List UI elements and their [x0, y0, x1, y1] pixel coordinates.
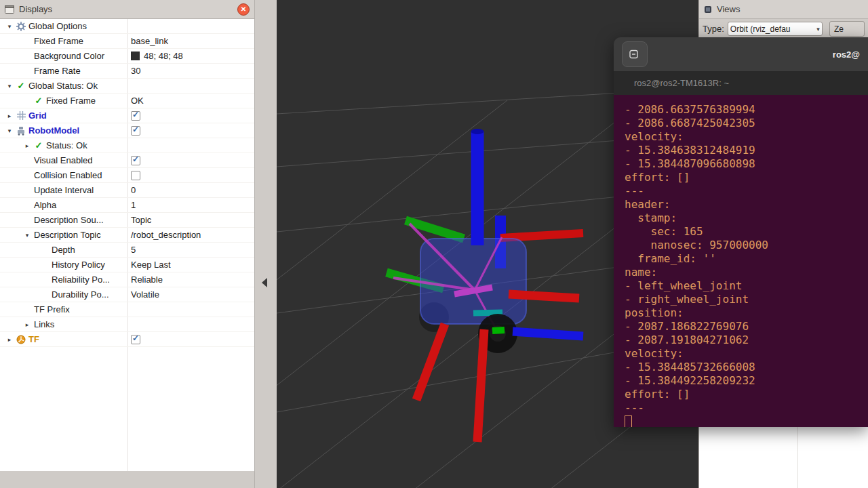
property-name-cell: History Policy: [0, 260, 127, 270]
property-value-cell[interactable]: Keep Last: [127, 260, 254, 270]
property-row[interactable]: Depth5: [0, 243, 254, 258]
terminal-line: - 2086.6687425042305: [625, 117, 868, 130]
property-row[interactable]: TF Prefix: [0, 302, 254, 317]
property-row[interactable]: ▸Grid: [0, 108, 254, 123]
property-value-cell[interactable]: [127, 156, 254, 165]
property-row[interactable]: Description Sou...Topic: [0, 213, 254, 228]
grid-icon: [17, 111, 26, 120]
property-name-cell: ✓Fixed Frame: [0, 96, 127, 106]
zero-button[interactable]: Ze: [829, 21, 865, 37]
property-row[interactable]: ▾RobotModel: [0, 123, 254, 138]
expanded-arrow-icon[interactable]: ▾: [4, 83, 15, 89]
property-name-cell: ▸Links: [0, 319, 127, 329]
property-row[interactable]: ▸Links: [0, 317, 254, 332]
terminal-line: - right_wheel_joint: [625, 293, 868, 306]
property-row[interactable]: Update Interval0: [0, 183, 254, 198]
property-name-cell: Depth: [0, 245, 127, 255]
expanded-arrow-icon[interactable]: ▾: [22, 232, 33, 239]
property-label: Alpha: [34, 200, 56, 210]
property-label: Global Status: Ok: [28, 81, 98, 91]
terminal-line: - 2086.6637576389994: [625, 103, 868, 117]
displays-panel-title: Displays: [19, 4, 52, 14]
property-value-cell[interactable]: 30: [127, 66, 254, 76]
property-row[interactable]: Fixed Framebase_link: [0, 34, 254, 49]
checkbox-checked[interactable]: [131, 111, 140, 121]
views-type-dropdown[interactable]: Orbit (rviz_defau ▾: [728, 22, 823, 36]
property-value-cell[interactable]: base_link: [127, 36, 254, 46]
checkbox-checked[interactable]: [131, 126, 140, 136]
property-row[interactable]: ▾Global Options: [0, 19, 254, 34]
terminal-tab[interactable]: ros2@ros2-TM1613R: ~: [614, 78, 729, 88]
property-row[interactable]: ▸TF: [0, 332, 254, 347]
displays-close-button[interactable]: ✕: [237, 3, 250, 16]
panel-splitter[interactable]: [255, 0, 277, 488]
gear-icon: [16, 22, 26, 31]
property-row[interactable]: History PolicyKeep Last: [0, 258, 254, 272]
property-name-cell: ▾✓Global Status: Ok: [0, 81, 127, 91]
checkbox-unchecked[interactable]: [131, 171, 140, 180]
collapsed-arrow-icon[interactable]: ▸: [4, 113, 15, 119]
property-label: Fixed Frame: [46, 96, 96, 106]
property-label: Collision Enabled: [34, 170, 102, 180]
property-value-cell[interactable]: [127, 171, 254, 180]
property-label: Frame Rate: [34, 66, 81, 76]
property-label: Links: [34, 319, 54, 329]
property-label: Depth: [52, 245, 75, 255]
new-tab-button[interactable]: [622, 41, 648, 67]
property-label: Grid: [28, 110, 47, 121]
check-icon: ✓: [35, 141, 43, 150]
checkbox-checked[interactable]: [131, 156, 140, 165]
property-value: OK: [131, 96, 144, 106]
terminal-line: position:: [625, 306, 868, 320]
collapsed-arrow-icon[interactable]: ▸: [22, 321, 33, 328]
property-value-cell[interactable]: Topic: [127, 215, 254, 225]
terminal-tabbar: ros2@ros2-TM1613R: ~: [614, 71, 868, 95]
collapsed-arrow-icon[interactable]: ▸: [4, 336, 15, 343]
property-row[interactable]: Background Color48; 48; 48: [0, 49, 254, 64]
property-value-cell[interactable]: /robot_description: [127, 230, 254, 240]
terminal-line: - 15.384487096680898: [625, 157, 868, 171]
property-value-cell[interactable]: [127, 126, 254, 136]
property-name-cell: Background Color: [0, 51, 127, 61]
collapse-panel-arrow-icon[interactable]: [262, 278, 267, 287]
terminal-line: ---: [625, 184, 868, 198]
property-row[interactable]: Visual Enabled: [0, 153, 254, 168]
property-value-cell[interactable]: 5: [127, 245, 254, 255]
property-row[interactable]: Frame Rate30: [0, 64, 254, 79]
property-row[interactable]: ✓Fixed FrameOK: [0, 94, 254, 108]
property-value-cell[interactable]: [127, 111, 254, 121]
terminal-line: header:: [625, 198, 868, 211]
collapsed-arrow-icon[interactable]: ▸: [22, 142, 33, 149]
property-row[interactable]: Durability Po...Volatile: [0, 287, 254, 302]
tf-icon: [16, 335, 26, 344]
property-value-cell[interactable]: [127, 335, 254, 344]
property-value-cell[interactable]: Volatile: [127, 289, 254, 300]
property-row[interactable]: Alpha1: [0, 198, 254, 213]
terminal-cursor: [625, 415, 632, 427]
terminal-line: ---: [625, 401, 868, 415]
property-row[interactable]: Reliability Po...Reliable: [0, 272, 254, 287]
displays-panel-header: Displays ✕: [0, 0, 254, 19]
property-row[interactable]: ▾Description Topic/robot_description: [0, 228, 254, 243]
terminal-output[interactable]: - 2086.6637576389994- 2086.6687425042305…: [614, 95, 868, 427]
property-value-cell[interactable]: OK: [127, 96, 254, 106]
expanded-arrow-icon[interactable]: ▾: [4, 127, 15, 134]
terminal-titlebar[interactable]: ros2@: [614, 37, 868, 71]
property-value-cell[interactable]: 0: [127, 185, 254, 195]
terminal-window: ros2@ ros2@ros2-TM1613R: ~ - 2086.663757…: [614, 37, 868, 427]
checkbox-checked[interactable]: [131, 335, 140, 344]
grid-icon: [15, 111, 27, 120]
property-label: TF Prefix: [34, 304, 70, 314]
expanded-arrow-icon[interactable]: ▾: [4, 23, 15, 30]
check-icon: ✓: [33, 141, 45, 150]
property-value: 48; 48; 48: [144, 51, 183, 61]
property-name-cell: Durability Po...: [0, 289, 127, 300]
robot-model: [387, 129, 583, 442]
property-row[interactable]: Collision Enabled: [0, 168, 254, 183]
property-row[interactable]: ▾✓Global Status: Ok: [0, 79, 254, 94]
property-value-cell[interactable]: 48; 48; 48: [127, 51, 254, 61]
property-value-cell[interactable]: Reliable: [127, 274, 254, 285]
property-label: History Policy: [52, 260, 105, 270]
property-row[interactable]: ▸✓Status: Ok: [0, 138, 254, 153]
property-value-cell[interactable]: 1: [127, 200, 254, 210]
